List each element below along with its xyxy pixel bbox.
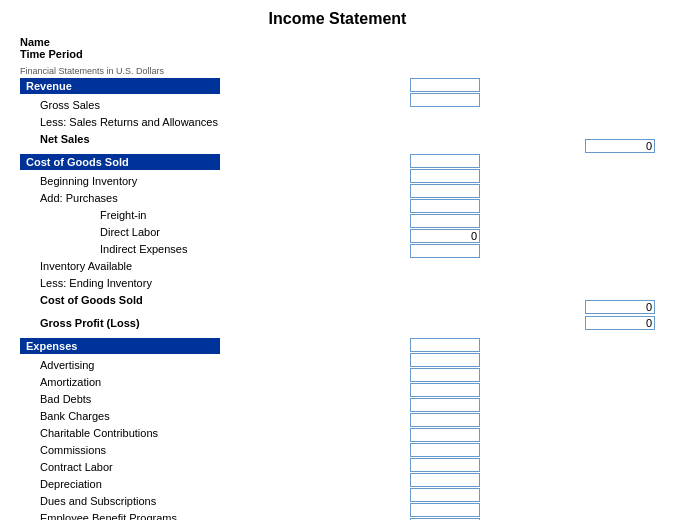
interest-input[interactable] [410, 503, 480, 517]
sales-returns-input[interactable] [410, 93, 480, 107]
name-field: Name [20, 36, 655, 48]
advertising-label: Advertising [20, 359, 400, 371]
gross-sales-label: Gross Sales [20, 99, 400, 111]
financial-note: Financial Statements in U.S. Dollars [20, 66, 655, 76]
depreciation-input[interactable] [410, 443, 480, 457]
advertising-input[interactable] [410, 338, 480, 352]
net-sales-label: Net Sales [20, 133, 400, 145]
sales-returns-label: Less: Sales Returns and Allowances [20, 116, 400, 128]
gross-sales-input[interactable] [410, 78, 480, 92]
time-period-field: Time Period [20, 48, 655, 60]
purchases-label: Add: Purchases [20, 192, 400, 204]
direct-labor-input[interactable] [410, 199, 480, 213]
net-sales-value: 0 [585, 139, 655, 153]
commissions-label: Commissions [20, 444, 400, 456]
employee-benefit-label: Employee Benefit Programs [20, 512, 400, 520]
revenue-header: Revenue [20, 78, 220, 94]
inventory-available-value: 0 [410, 229, 480, 243]
bank-charges-input[interactable] [410, 383, 480, 397]
dues-subscriptions-input[interactable] [410, 458, 480, 472]
dues-subscriptions-label: Dues and Subscriptions [20, 495, 400, 507]
indirect-expenses-input[interactable] [410, 214, 480, 228]
direct-labor-label: Direct Labor [20, 226, 400, 238]
cogs-header: Cost of Goods Sold [20, 154, 220, 170]
amortization-input[interactable] [410, 353, 480, 367]
freight-input[interactable] [410, 184, 480, 198]
ending-inventory-input[interactable] [410, 244, 480, 258]
bad-debts-input[interactable] [410, 368, 480, 382]
charitable-contributions-label: Charitable Contributions [20, 427, 400, 439]
contract-labor-input[interactable] [410, 428, 480, 442]
employee-benefit-input[interactable] [410, 473, 480, 487]
purchases-input[interactable] [410, 169, 480, 183]
beginning-inventory-label: Beginning Inventory [20, 175, 400, 187]
commissions-input[interactable] [410, 413, 480, 427]
expenses-header: Expenses [20, 338, 220, 354]
gross-profit-label: Gross Profit (Loss) [20, 317, 400, 329]
indirect-expenses-label: Indirect Expenses [20, 243, 400, 255]
amortization-label: Amortization [20, 376, 400, 388]
depreciation-label: Depreciation [20, 478, 400, 490]
page-title: Income Statement [20, 10, 655, 28]
insurance-input[interactable] [410, 488, 480, 502]
charitable-contributions-input[interactable] [410, 398, 480, 412]
cogs-value: 0 [585, 300, 655, 314]
bad-debts-label: Bad Debts [20, 393, 400, 405]
gross-profit-value: 0 [585, 316, 655, 330]
cogs-label: Cost of Goods Sold [20, 294, 400, 306]
inventory-available-label: Inventory Available [20, 260, 400, 272]
beginning-inventory-input[interactable] [410, 154, 480, 168]
ending-inventory-label: Less: Ending Inventory [20, 277, 400, 289]
bank-charges-label: Bank Charges [20, 410, 400, 422]
contract-labor-label: Contract Labor [20, 461, 400, 473]
freight-label: Freight-in [20, 209, 400, 221]
